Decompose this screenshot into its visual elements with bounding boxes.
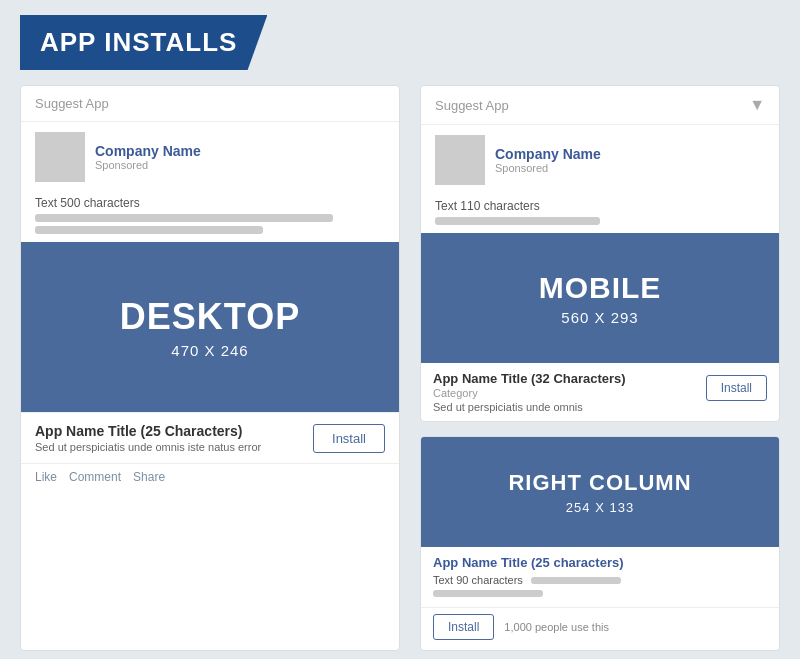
comment-link[interactable]: Comment — [69, 470, 121, 484]
rightcol-info: App Name Title (25 characters) Text 90 c… — [421, 547, 779, 607]
desktop-app-desc: Sed ut perspiciatis unde omnis iste natu… — [35, 441, 261, 453]
desktop-app-name: App Name Title (25 Characters) — [35, 423, 261, 439]
desktop-social-row: Like Comment Share — [21, 463, 399, 494]
avatar-desktop — [35, 132, 85, 182]
desktop-app-info-row: App Name Title (25 Characters) Sed ut pe… — [21, 412, 399, 463]
people-use-text: 1,000 people use this — [504, 621, 609, 633]
mobile-bar-1 — [435, 217, 600, 225]
mobile-banner-size: 560 X 293 — [561, 309, 638, 326]
mobile-install-button[interactable]: Install — [706, 375, 767, 401]
mobile-app-desc: Sed ut perspiciatis unde omnis — [433, 401, 626, 413]
mobile-ad-row: Company Name Sponsored — [421, 125, 779, 195]
rightcol-banner-title: RIGHT COLUMN — [508, 470, 691, 496]
rightcol-card: RIGHT COLUMN 254 X 133 App Name Title (2… — [420, 436, 780, 651]
desktop-card: Suggest App Company Name Sponsored Text … — [20, 85, 400, 651]
chevron-down-icon[interactable]: ▼ — [749, 96, 765, 114]
desktop-banner: DESKTOP 470 X 246 — [21, 242, 399, 412]
mobile-text-label: Text 110 characters — [435, 199, 765, 213]
rightcol-bar-2 — [433, 590, 543, 597]
mobile-bar-group — [435, 217, 765, 225]
desktop-company-name: Company Name — [95, 143, 201, 159]
mobile-ad-info: Company Name Sponsored — [495, 146, 601, 174]
bar-1 — [35, 214, 333, 222]
rightcol-text-label: Text 90 characters — [433, 574, 523, 586]
mobile-banner: MOBILE 560 X 293 — [421, 233, 779, 363]
mobile-category: Category — [433, 387, 626, 399]
desktop-text-row: Text 500 characters — [21, 192, 399, 242]
desktop-install-button[interactable]: Install — [313, 424, 385, 453]
bar-2 — [35, 226, 263, 234]
desktop-card-header: Suggest App — [21, 86, 399, 122]
desktop-banner-title: DESKTOP — [120, 296, 300, 338]
page-title: APP INSTALLS — [40, 27, 237, 58]
rightcol-install-button[interactable]: Install — [433, 614, 494, 640]
desktop-bar-group — [35, 214, 385, 234]
suggest-app-label-mobile: Suggest App — [435, 98, 509, 113]
mobile-app-row: App Name Title (32 Characters) Category … — [421, 363, 779, 421]
desktop-ad-row: Company Name Sponsored — [21, 122, 399, 192]
desktop-sponsored: Sponsored — [95, 159, 201, 171]
suggest-app-label-desktop: Suggest App — [35, 96, 109, 111]
like-link[interactable]: Like — [35, 470, 57, 484]
desktop-text-label: Text 500 characters — [35, 196, 385, 210]
desktop-banner-size: 470 X 246 — [171, 342, 248, 359]
rightcol-app-name: App Name Title (25 characters) — [433, 555, 767, 570]
share-link[interactable]: Share — [133, 470, 165, 484]
rightcol-banner: RIGHT COLUMN 254 X 133 — [421, 437, 779, 547]
mobile-banner-title: MOBILE — [539, 271, 662, 305]
mobile-app-name: App Name Title (32 Characters) — [433, 371, 626, 386]
header-banner: APP INSTALLS — [20, 15, 267, 70]
rightcol-bar-1 — [531, 577, 621, 584]
mobile-card: Suggest App ▼ Company Name Sponsored Tex… — [420, 85, 780, 422]
rightcol-banner-size: 254 X 133 — [566, 500, 634, 515]
mobile-text-row: Text 110 characters — [421, 195, 779, 233]
mobile-sponsored: Sponsored — [495, 162, 601, 174]
avatar-mobile — [435, 135, 485, 185]
rightcol-text-row: Text 90 characters — [433, 574, 767, 586]
cards-container: Suggest App Company Name Sponsored Text … — [0, 85, 800, 659]
mobile-company-name: Company Name — [495, 146, 601, 162]
rightcol-bottom: Install 1,000 people use this — [421, 607, 779, 650]
mobile-card-header: Suggest App ▼ — [421, 86, 779, 125]
mobile-app-details: App Name Title (32 Characters) Category … — [433, 371, 626, 413]
desktop-app-details: App Name Title (25 Characters) Sed ut pe… — [35, 423, 261, 453]
desktop-ad-info: Company Name Sponsored — [95, 143, 201, 171]
right-column: Suggest App ▼ Company Name Sponsored Tex… — [420, 85, 780, 651]
